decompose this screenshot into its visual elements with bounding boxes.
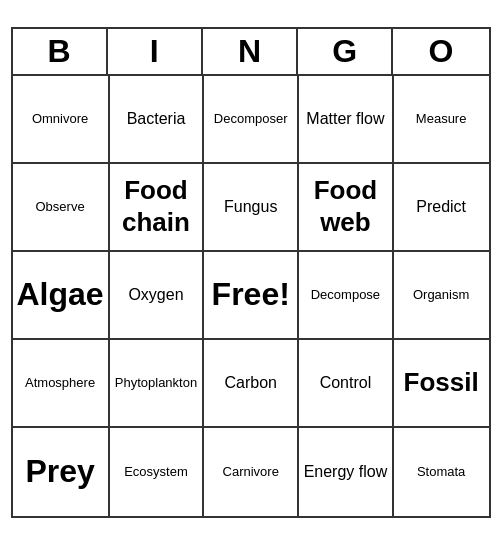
bingo-cell[interactable]: Stomata	[394, 428, 489, 516]
bingo-cell[interactable]: Decompose	[299, 252, 394, 340]
bingo-cell[interactable]: Energy flow	[299, 428, 394, 516]
cell-label: Prey	[25, 452, 94, 490]
cell-label: Free!	[212, 275, 290, 313]
bingo-cell[interactable]: Measure	[394, 76, 489, 164]
cell-label: Fungus	[224, 197, 277, 216]
cell-label: Decomposer	[214, 111, 288, 127]
bingo-cell[interactable]: Fossil	[394, 340, 489, 428]
cell-label: Atmosphere	[25, 375, 95, 391]
bingo-grid: OmnivoreBacteriaDecomposerMatter flowMea…	[13, 76, 489, 516]
cell-label: Measure	[416, 111, 467, 127]
header-letter: N	[203, 29, 298, 74]
bingo-cell[interactable]: Decomposer	[204, 76, 299, 164]
bingo-cell[interactable]: Observe	[13, 164, 110, 252]
cell-label: Energy flow	[304, 462, 388, 481]
bingo-cell[interactable]: Free!	[204, 252, 299, 340]
cell-label: Food web	[303, 175, 388, 237]
bingo-cell[interactable]: Ecosystem	[110, 428, 205, 516]
cell-label: Stomata	[417, 464, 465, 480]
cell-label: Ecosystem	[124, 464, 188, 480]
bingo-cell[interactable]: Omnivore	[13, 76, 110, 164]
bingo-cell[interactable]: Prey	[13, 428, 110, 516]
bingo-cell[interactable]: Phytoplankton	[110, 340, 205, 428]
cell-label: Phytoplankton	[115, 375, 197, 391]
bingo-header: BINGO	[13, 29, 489, 76]
cell-label: Decompose	[311, 287, 380, 303]
header-letter: O	[393, 29, 488, 74]
bingo-cell[interactable]: Food chain	[110, 164, 205, 252]
header-letter: B	[13, 29, 108, 74]
cell-label: Omnivore	[32, 111, 88, 127]
bingo-cell[interactable]: Carbon	[204, 340, 299, 428]
bingo-card: BINGO OmnivoreBacteriaDecomposerMatter f…	[11, 27, 491, 518]
cell-label: Food chain	[114, 175, 199, 237]
cell-label: Matter flow	[306, 109, 384, 128]
bingo-cell[interactable]: Food web	[299, 164, 394, 252]
bingo-cell[interactable]: Atmosphere	[13, 340, 110, 428]
cell-label: Carbon	[224, 373, 276, 392]
cell-label: Control	[320, 373, 372, 392]
bingo-cell[interactable]: Predict	[394, 164, 489, 252]
bingo-cell[interactable]: Control	[299, 340, 394, 428]
cell-label: Carnivore	[223, 464, 279, 480]
cell-label: Organism	[413, 287, 469, 303]
cell-label: Fossil	[404, 367, 479, 398]
bingo-cell[interactable]: Fungus	[204, 164, 299, 252]
header-letter: G	[298, 29, 393, 74]
bingo-cell[interactable]: Oxygen	[110, 252, 205, 340]
header-letter: I	[108, 29, 203, 74]
bingo-cell[interactable]: Carnivore	[204, 428, 299, 516]
cell-label: Predict	[416, 197, 466, 216]
cell-label: Observe	[36, 199, 85, 215]
cell-label: Oxygen	[128, 285, 183, 304]
bingo-cell[interactable]: Bacteria	[110, 76, 205, 164]
bingo-cell[interactable]: Organism	[394, 252, 489, 340]
bingo-cell[interactable]: Matter flow	[299, 76, 394, 164]
cell-label: Bacteria	[127, 109, 186, 128]
bingo-cell[interactable]: Algae	[13, 252, 110, 340]
cell-label: Algae	[17, 275, 104, 313]
